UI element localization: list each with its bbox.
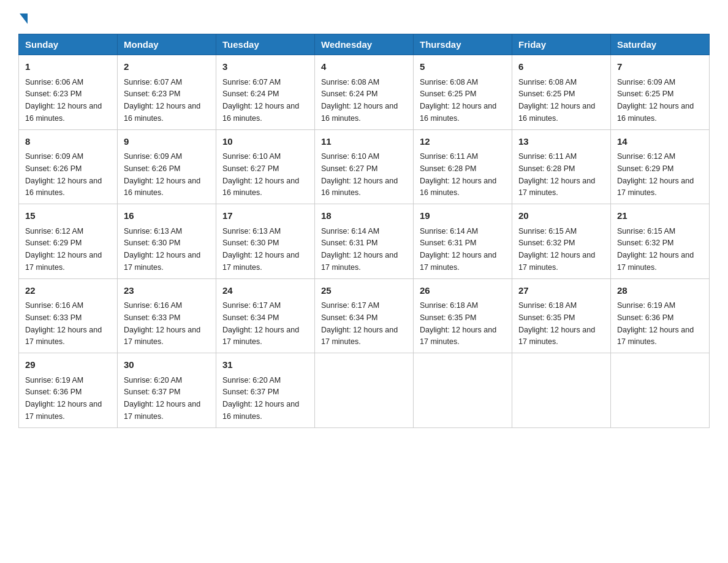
day-number: 10 — [222, 135, 308, 149]
day-number: 2 — [124, 60, 210, 74]
day-number: 31 — [222, 358, 308, 372]
day-daylight: Daylight: 12 hours and 16 minutes. — [321, 102, 398, 123]
day-number: 24 — [222, 284, 308, 298]
col-header-monday: Monday — [118, 34, 216, 55]
day-sunset: Sunset: 6:35 PM — [420, 313, 476, 322]
day-sunset: Sunset: 6:31 PM — [420, 239, 476, 247]
day-daylight: Daylight: 12 hours and 17 minutes. — [420, 251, 496, 272]
day-daylight: Daylight: 12 hours and 17 minutes. — [518, 177, 595, 197]
calendar-cell: 7 Sunrise: 6:09 AM Sunset: 6:25 PM Dayli… — [611, 55, 710, 130]
day-number: 30 — [124, 358, 210, 372]
calendar-cell: 6 Sunrise: 6:08 AM Sunset: 6:25 PM Dayli… — [512, 55, 611, 130]
day-sunrise: Sunrise: 6:11 AM — [420, 152, 478, 161]
day-daylight: Daylight: 12 hours and 17 minutes. — [518, 251, 595, 272]
col-header-saturday: Saturday — [611, 34, 710, 55]
day-daylight: Daylight: 12 hours and 16 minutes. — [25, 177, 102, 197]
day-sunrise: Sunrise: 6:18 AM — [420, 301, 478, 310]
day-sunrise: Sunrise: 6:14 AM — [420, 227, 478, 236]
day-sunset: Sunset: 6:29 PM — [617, 164, 673, 173]
day-number: 15 — [25, 209, 111, 223]
calendar-cell: 23 Sunrise: 6:16 AM Sunset: 6:33 PM Dayl… — [118, 278, 216, 353]
day-sunrise: Sunrise: 6:09 AM — [617, 78, 675, 86]
day-daylight: Daylight: 12 hours and 16 minutes. — [321, 177, 398, 197]
day-sunrise: Sunrise: 6:14 AM — [321, 227, 379, 236]
calendar-cell: 3 Sunrise: 6:07 AM Sunset: 6:24 PM Dayli… — [216, 55, 315, 130]
day-number: 7 — [617, 60, 703, 74]
calendar-cell: 5 Sunrise: 6:08 AM Sunset: 6:25 PM Dayli… — [414, 55, 512, 130]
calendar-cell: 20 Sunrise: 6:15 AM Sunset: 6:32 PM Dayl… — [512, 204, 611, 279]
col-header-thursday: Thursday — [414, 34, 512, 55]
day-sunset: Sunset: 6:33 PM — [25, 313, 82, 322]
day-sunset: Sunset: 6:26 PM — [25, 164, 82, 173]
day-number: 28 — [617, 284, 703, 298]
day-daylight: Daylight: 12 hours and 17 minutes. — [222, 326, 299, 347]
day-daylight: Daylight: 12 hours and 16 minutes. — [420, 102, 496, 123]
day-number: 8 — [25, 135, 111, 149]
day-sunrise: Sunrise: 6:10 AM — [321, 152, 379, 161]
day-sunrise: Sunrise: 6:20 AM — [124, 376, 182, 385]
col-header-friday: Friday — [512, 34, 611, 55]
day-sunset: Sunset: 6:27 PM — [222, 164, 279, 173]
calendar-week-row: 1 Sunrise: 6:06 AM Sunset: 6:23 PM Dayli… — [19, 55, 710, 130]
day-daylight: Daylight: 12 hours and 17 minutes. — [321, 251, 398, 272]
day-number: 25 — [321, 284, 407, 298]
day-daylight: Daylight: 12 hours and 16 minutes. — [222, 177, 299, 197]
day-number: 3 — [222, 60, 308, 74]
calendar-cell: 24 Sunrise: 6:17 AM Sunset: 6:34 PM Dayl… — [216, 278, 315, 353]
page-header — [18, 12, 710, 21]
calendar-cell: 27 Sunrise: 6:18 AM Sunset: 6:35 PM Dayl… — [512, 278, 611, 353]
day-number: 1 — [25, 60, 111, 74]
calendar-cell — [315, 353, 414, 428]
day-sunrise: Sunrise: 6:07 AM — [222, 78, 281, 86]
day-daylight: Daylight: 12 hours and 17 minutes. — [420, 326, 496, 347]
day-sunrise: Sunrise: 6:18 AM — [518, 301, 577, 310]
day-daylight: Daylight: 12 hours and 16 minutes. — [617, 102, 694, 123]
day-sunset: Sunset: 6:28 PM — [420, 164, 476, 173]
day-sunset: Sunset: 6:25 PM — [617, 90, 673, 98]
day-sunset: Sunset: 6:25 PM — [420, 90, 476, 98]
day-number: 17 — [222, 209, 308, 223]
day-number: 20 — [518, 209, 604, 223]
day-sunrise: Sunrise: 6:07 AM — [124, 78, 182, 86]
day-daylight: Daylight: 12 hours and 16 minutes. — [124, 102, 200, 123]
day-daylight: Daylight: 12 hours and 16 minutes. — [518, 102, 595, 123]
day-number: 11 — [321, 135, 407, 149]
day-number: 19 — [420, 209, 506, 223]
day-sunrise: Sunrise: 6:17 AM — [222, 301, 281, 310]
col-header-wednesday: Wednesday — [315, 34, 414, 55]
calendar-cell: 10 Sunrise: 6:10 AM Sunset: 6:27 PM Dayl… — [216, 129, 315, 204]
day-sunset: Sunset: 6:32 PM — [518, 239, 575, 247]
calendar-cell: 25 Sunrise: 6:17 AM Sunset: 6:34 PM Dayl… — [315, 278, 414, 353]
day-sunset: Sunset: 6:33 PM — [124, 313, 180, 322]
day-sunset: Sunset: 6:30 PM — [222, 239, 279, 247]
logo-arrow-icon — [20, 13, 28, 24]
day-daylight: Daylight: 12 hours and 16 minutes. — [124, 177, 200, 197]
day-number: 14 — [617, 135, 703, 149]
day-number: 29 — [25, 358, 111, 372]
day-number: 22 — [25, 284, 111, 298]
day-sunset: Sunset: 6:37 PM — [124, 388, 180, 396]
day-daylight: Daylight: 12 hours and 17 minutes. — [25, 251, 102, 272]
day-sunset: Sunset: 6:36 PM — [25, 388, 82, 396]
calendar-cell: 28 Sunrise: 6:19 AM Sunset: 6:36 PM Dayl… — [611, 278, 710, 353]
calendar-cell: 9 Sunrise: 6:09 AM Sunset: 6:26 PM Dayli… — [118, 129, 216, 204]
day-number: 27 — [518, 284, 604, 298]
day-sunset: Sunset: 6:30 PM — [124, 239, 180, 247]
calendar-cell: 13 Sunrise: 6:11 AM Sunset: 6:28 PM Dayl… — [512, 129, 611, 204]
day-sunset: Sunset: 6:26 PM — [124, 164, 180, 173]
calendar-cell: 4 Sunrise: 6:08 AM Sunset: 6:24 PM Dayli… — [315, 55, 414, 130]
calendar-cell: 31 Sunrise: 6:20 AM Sunset: 6:37 PM Dayl… — [216, 353, 315, 428]
calendar-cell: 18 Sunrise: 6:14 AM Sunset: 6:31 PM Dayl… — [315, 204, 414, 279]
day-sunset: Sunset: 6:24 PM — [222, 90, 279, 98]
day-sunrise: Sunrise: 6:11 AM — [518, 152, 577, 161]
calendar-week-row: 29 Sunrise: 6:19 AM Sunset: 6:36 PM Dayl… — [19, 353, 710, 428]
day-daylight: Daylight: 12 hours and 16 minutes. — [420, 177, 496, 197]
day-sunrise: Sunrise: 6:17 AM — [321, 301, 379, 310]
day-sunset: Sunset: 6:35 PM — [518, 313, 575, 322]
logo — [18, 12, 28, 21]
day-sunset: Sunset: 6:36 PM — [617, 313, 673, 322]
day-sunrise: Sunrise: 6:12 AM — [25, 227, 83, 236]
day-sunset: Sunset: 6:34 PM — [222, 313, 279, 322]
calendar-cell: 21 Sunrise: 6:15 AM Sunset: 6:32 PM Dayl… — [611, 204, 710, 279]
day-sunset: Sunset: 6:31 PM — [321, 239, 377, 247]
